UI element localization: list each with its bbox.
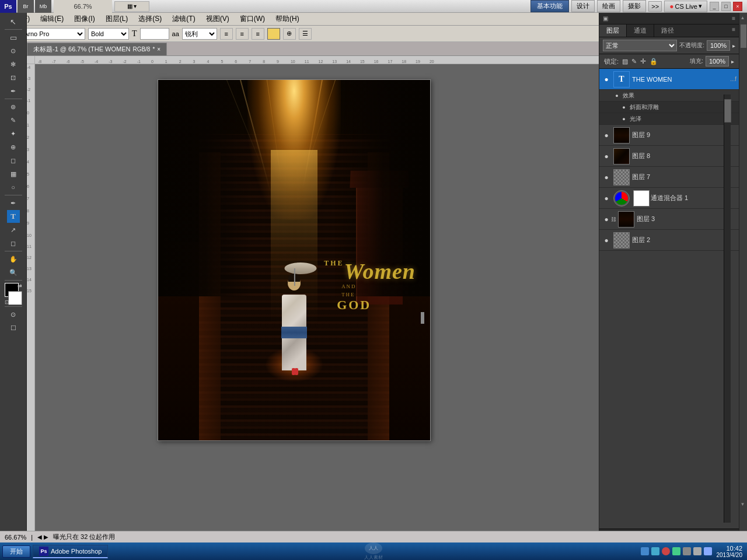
menu-view[interactable]: 视图(V) [201, 13, 234, 25]
fill-btn[interactable]: ▸ [731, 58, 734, 65]
layer-3[interactable]: ● ⛓ 图层 3 [599, 209, 739, 230]
taskbar-ps-item[interactable]: Ps Adobe Photoshop [33, 545, 108, 558]
document-tab[interactable]: 未标题-1 @ 66.7% (THE WOMEN RGB/8 * × [27, 43, 167, 55]
tool-dodge[interactable]: ○ [7, 181, 20, 194]
paths-tab[interactable]: 路径 [654, 24, 681, 37]
tool-hand[interactable]: ✋ [7, 253, 20, 265]
menu-edit[interactable]: 编辑(E) [36, 13, 68, 25]
tool-marquee[interactable]: ▭ [7, 31, 20, 44]
workspace-basic-btn[interactable]: 基本功能 [530, 0, 569, 12]
gloss-eye[interactable]: ● [620, 116, 627, 123]
fill-value[interactable]: 100% [706, 56, 729, 66]
lock-transparent[interactable]: ▨ [622, 58, 628, 65]
layers-tab[interactable]: 图层 [599, 24, 627, 37]
maximize-btn[interactable]: □ [721, 2, 731, 11]
taskbar: 开始 Ps Adobe Photoshop 人人 人人素材 10:42 2013… [0, 542, 747, 560]
layer7-thumb [613, 169, 630, 186]
close-btn[interactable]: × [733, 2, 742, 11]
layer-9[interactable]: ● 图层 9 [599, 125, 739, 146]
layer8-eye[interactable]: ● [602, 152, 611, 161]
font-style-select[interactable]: Bold [88, 28, 129, 40]
menu-window[interactable]: 窗口(W) [235, 13, 270, 25]
tool-shape[interactable]: ◻ [7, 237, 20, 250]
watermark: 人人 人人素材 [364, 542, 383, 561]
channels-tab[interactable]: 通道 [627, 24, 654, 37]
blend-mode-select[interactable]: 正常 [603, 40, 677, 51]
strip-icon-3[interactable]: ▼ [741, 502, 746, 508]
menu-image[interactable]: 图像(I) [69, 13, 99, 25]
workspace-design-btn[interactable]: 设计 [571, 0, 595, 12]
tray-icon-2 [651, 547, 659, 555]
layer-thumb-text: T [613, 71, 630, 88]
tool-path-select[interactable]: ↗ [7, 223, 20, 236]
layer9-eye[interactable]: ● [602, 131, 611, 140]
strip-icon-1[interactable]: ▲ [741, 15, 746, 21]
cs-live-btn[interactable]: ●CS Live▾ [664, 1, 707, 12]
character-panel-btn[interactable]: ☰ [299, 28, 312, 40]
layer3-eye[interactable]: ● [602, 215, 611, 224]
minbridge-icon[interactable]: Mb [35, 0, 51, 13]
layer-visibility-eye[interactable]: ● [602, 75, 611, 84]
opacity-value[interactable]: 100% [707, 40, 730, 51]
screen-mode[interactable]: ☐ [7, 321, 20, 334]
swap-colors[interactable]: ⇄ [18, 283, 22, 289]
bevel-eye[interactable]: ● [620, 104, 627, 111]
arrange-btn[interactable]: ▦ ▾ [114, 1, 149, 12]
menu-help[interactable]: 帮助(H) [271, 13, 304, 25]
lock-pixels[interactable]: ✎ [631, 58, 637, 65]
start-button[interactable]: 开始 [2, 545, 30, 558]
lock-position[interactable]: ✛ [640, 57, 646, 65]
font-family-select[interactable]: Arno Pro [21, 28, 85, 40]
quick-mask[interactable]: ⊙ [7, 308, 20, 321]
bridge-icon[interactable]: Br [18, 0, 34, 13]
layer-2[interactable]: ● 图层 2 [599, 230, 739, 251]
text-color-swatch[interactable] [267, 28, 280, 40]
tool-history[interactable]: ⊕ [7, 141, 20, 153]
workspace-photography-btn[interactable]: 摄影 [623, 0, 646, 12]
menu-select[interactable]: 选择(S) [134, 13, 166, 25]
tool-gradient[interactable]: ▦ [7, 167, 20, 180]
layer7-eye[interactable]: ● [602, 173, 611, 182]
aa-mode-select[interactable]: 锐利 [182, 28, 217, 40]
transform-handle[interactable] [421, 312, 424, 324]
tool-move[interactable]: ↖ [7, 15, 20, 28]
default-colors[interactable]: ⊡ [5, 299, 9, 305]
lock-all[interactable]: 🔒 [650, 58, 658, 65]
workspace-more-btn[interactable]: >> [648, 1, 662, 12]
layer2-eye[interactable]: ● [602, 236, 611, 245]
workspace-painting-btn[interactable]: 绘画 [597, 0, 620, 12]
tool-type[interactable]: T [7, 210, 20, 223]
tool-stamp[interactable]: ✦ [7, 127, 20, 140]
layer-the-women[interactable]: ● T THE WOMEN ...f [599, 69, 739, 90]
font-size-input[interactable] [140, 28, 169, 40]
effect-eye[interactable]: ● [613, 92, 620, 99]
tool-zoom[interactable]: 🔍 [7, 266, 20, 279]
opacity-btn[interactable]: ▸ [732, 43, 735, 49]
tool-lasso[interactable]: ⊙ [7, 44, 20, 57]
tool-eraser[interactable]: ◻ [7, 154, 20, 167]
channelmixer-eye[interactable]: ● [602, 194, 611, 203]
layers-scrollbar[interactable] [724, 94, 731, 523]
tool-healpatch[interactable]: ⊛ [7, 100, 20, 113]
minimize-btn[interactable]: _ [710, 2, 719, 11]
layer-channel-mixer[interactable]: ● 通道混合器 1 [599, 188, 739, 209]
menu-layer[interactable]: 图层(L) [101, 13, 133, 25]
warp-text-btn[interactable]: ⊕ [283, 28, 296, 40]
tool-quicksel[interactable]: ✻ [7, 58, 20, 71]
tool-crop[interactable]: ⊡ [7, 71, 20, 84]
tool-eyedropper[interactable]: ✒ [7, 85, 20, 97]
background-color[interactable] [8, 291, 22, 305]
tool-brush[interactable]: ✎ [7, 114, 20, 127]
color-swatches[interactable]: ⇄ ⊡ [2, 283, 25, 305]
align-center-btn[interactable]: ≡ [236, 28, 249, 40]
document-canvas[interactable]: THE Women AND THE GOD [158, 79, 431, 441]
align-right-btn[interactable]: ≡ [252, 28, 264, 40]
tool-pen[interactable]: ✒ [7, 197, 20, 209]
layer-8[interactable]: ● 图层 8 [599, 146, 739, 167]
layer9-name: 图层 9 [632, 131, 736, 139]
close-tab-btn[interactable]: × [157, 46, 160, 52]
status-arrows[interactable]: ◀ ▶ [37, 534, 48, 540]
layer-7[interactable]: ● 图层 7 [599, 167, 739, 188]
align-left-btn[interactable]: ≡ [220, 28, 233, 40]
menu-filter[interactable]: 滤镜(T) [167, 13, 200, 25]
